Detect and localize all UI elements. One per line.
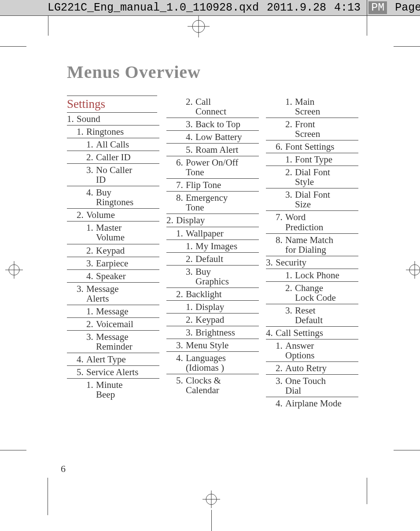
menu-item: 3.Menu Style (166, 339, 259, 351)
menu-item-label: Caller ID (96, 152, 131, 162)
menu-item-label-line2: Size (285, 199, 358, 209)
menu-item: 1.AnswerOptions (266, 339, 358, 361)
menu-item: 3.BuyGraphics (166, 265, 259, 288)
menu-item-number: 1. (285, 97, 295, 107)
menu-item-number: 1. (86, 380, 96, 390)
menu-item-label-line2: for Dialing (276, 245, 358, 254)
menu-item-label-line2: ID (86, 175, 159, 184)
menu-item-number: 1. (86, 306, 96, 316)
menu-item-label-line2: Graphics (186, 277, 259, 286)
menu-col-3: 1.MainScreen2.FrontScreen6.Font Settings… (266, 96, 358, 409)
page-title: Menus Overview (67, 62, 366, 82)
menu-item-number: 2. (285, 167, 295, 177)
menu-item-label: Voicemail (96, 319, 133, 329)
menu-item-label: Buy (96, 188, 111, 197)
menu-item-label-line2: Tone (176, 167, 259, 177)
menu-item-label: Main (295, 97, 314, 107)
menu-item-number: 1. (77, 127, 86, 136)
menu-item: 1.MainScreen (266, 96, 358, 118)
menu-item: 2.Voicemail (67, 317, 159, 330)
menu-item-number: 4. (86, 271, 96, 281)
menu-item-label: Auto Retry (285, 363, 327, 373)
menu-item-number: 1. (186, 302, 195, 312)
menu-item-label-line2: (Idiomas ) (176, 363, 259, 372)
menu-item-number: 4. (176, 353, 186, 363)
menu-item: 4.Alert Type (67, 353, 159, 365)
menu-item: 1.My Images (166, 240, 259, 252)
menu-item-label: Keypad (195, 315, 224, 324)
menu-item-label: Default (195, 254, 223, 264)
menu-item-label: Service Alerts (86, 367, 138, 377)
menu-item-label: Clocks & (186, 376, 221, 385)
menu-item-number: 2. (276, 363, 285, 373)
menu-item-label: Dial Font (295, 190, 330, 199)
menu-item-number: 2. (285, 283, 295, 293)
menu-item-label: Dial Font (295, 167, 330, 177)
menu-item-label: Sound (77, 114, 100, 124)
menu-item: 5.Service Alerts (67, 365, 159, 378)
menu-item: 3.Earpiece (67, 257, 159, 269)
menu-item-label-line2: Calendar (176, 385, 259, 395)
menu-item-label-line2: Style (285, 177, 358, 187)
menu-item-label: Ringtones (86, 127, 124, 136)
menu-item-number: 4. (86, 188, 96, 197)
menu-item: 7.WordPrediction (266, 210, 358, 233)
menu-list: 1.MainScreen2.FrontScreen6.Font Settings… (266, 96, 358, 409)
menu-item-number: 2. (186, 254, 195, 264)
menu-item: 6.Power On/OffTone (166, 156, 259, 178)
header-date: 2011.9.28 (267, 1, 326, 14)
menu-item-label: Lock Phone (295, 270, 339, 280)
menu-item-number: 3. (86, 258, 96, 268)
menu-item-label: Display (176, 215, 205, 225)
menu-item-label: Word (285, 212, 306, 222)
menu-item-label-line2: Ringtones (86, 197, 159, 207)
page-number: 6 (61, 463, 66, 475)
menu-item-number: 3. (285, 190, 295, 199)
menu-columns: Settings 1.Sound1.Ringtones1.All Calls2.… (67, 96, 366, 409)
menu-item-label: Keypad (96, 246, 125, 255)
menu-item-label-line2: Beep (86, 390, 159, 399)
menu-item-label: Call Settings (276, 328, 323, 338)
menu-item-number: 8. (276, 235, 285, 245)
menu-item-number: 1. (67, 114, 77, 124)
menu-item: 3.Dial FontSize (266, 188, 358, 210)
menu-item: 3.MessageAlerts (67, 282, 159, 305)
crop-mark (48, 478, 48, 515)
registration-mark-icon (406, 261, 420, 280)
menu-item: 2.Default (166, 252, 259, 265)
menu-list: 1.Sound1.Ringtones1.All Calls2.Caller ID… (67, 113, 159, 401)
menu-item-label: Volume (86, 210, 115, 220)
menu-item: 3.Brightness (166, 326, 259, 339)
menu-item-label-line2: Default (285, 315, 358, 325)
menu-item-label-line2: Options (276, 350, 358, 360)
menu-item-number: 2. (176, 289, 186, 299)
menu-item: 2.Caller ID (67, 151, 159, 163)
menu-item-number: 3. (176, 340, 186, 350)
settings-section-header: Settings (67, 96, 157, 113)
menu-item-number: 3. (186, 267, 195, 277)
menu-item-number: 3. (86, 165, 96, 175)
menu-item-label: Speaker (96, 271, 126, 281)
menu-item-label: Wallpaper (186, 229, 224, 238)
menu-item-number: 3. (86, 332, 96, 342)
registration-mark-icon (188, 15, 210, 37)
crop-mark (367, 0, 367, 16)
registration-mark-icon (5, 261, 23, 280)
menu-item: 3.Back to Top (166, 118, 259, 130)
menu-item: 5.Roam Alert (166, 143, 259, 156)
menu-item-label-line2: Lock Code (285, 293, 358, 302)
menu-item-label: Display (195, 302, 224, 312)
menu-item-label: Back to Top (195, 119, 240, 129)
menu-item-number: 1. (285, 155, 295, 164)
menu-item: 2.ChangeLock Code (266, 281, 358, 304)
menu-item-label: Message (96, 306, 128, 316)
crop-mark (48, 16, 48, 36)
menu-item: 2.Keypad (67, 244, 159, 257)
menu-list: 2.CallConnect3.Back to Top4.Low Battery5… (166, 96, 259, 396)
menu-item: 1.Sound (67, 113, 159, 125)
menu-item-label: No Caller (96, 165, 132, 175)
menu-item-label-line2: Reminder (86, 342, 159, 351)
menu-item-label: Reset (295, 306, 316, 315)
menu-item: 4.Languages(Idiomas ) (166, 351, 259, 374)
menu-item-label: Font Type (295, 155, 332, 164)
